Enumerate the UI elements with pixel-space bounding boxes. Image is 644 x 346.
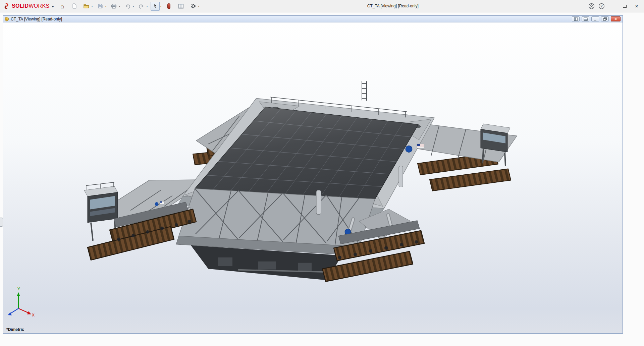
solidworks-wordmark: SOLIDWORKS — [12, 3, 49, 9]
us-flag-decal — [417, 144, 424, 148]
help-icon: ? — [598, 3, 605, 9]
svg-text:?: ? — [600, 4, 602, 8]
new-document-button[interactable] — [70, 2, 79, 11]
triad-x-label: X — [32, 313, 35, 318]
document-window: CT_TA [Viewing] [Read-only] — [3, 15, 623, 334]
doc-tile-button[interactable] — [582, 16, 589, 21]
document-title: CT_TA [Viewing] [Read-only] — [11, 17, 62, 21]
model-crawler-transporter[interactable] — [84, 81, 517, 282]
maximize-button[interactable] — [619, 1, 631, 11]
view-orientation-label: *Dimetric — [6, 327, 24, 332]
app-window-title: CT_TA [Viewing] [Read-only] — [199, 4, 586, 8]
quick-access-toolbar: ⌂ ▾ — [58, 2, 199, 11]
snapshot-indicator-icon — [167, 3, 170, 9]
save-dropdown-caret-icon[interactable]: ▾ — [105, 5, 106, 8]
snapshot-button[interactable] — [164, 2, 173, 11]
print-dropdown-caret-icon[interactable]: ▾ — [119, 5, 120, 8]
model-canvas: Y X — [3, 22, 623, 333]
print-icon — [111, 3, 117, 9]
select-dropdown-caret-icon[interactable]: ▾ — [160, 5, 161, 8]
bill-of-materials-button[interactable] — [176, 2, 185, 11]
undo-button[interactable] — [123, 2, 132, 11]
nasa-meatball-decal — [406, 146, 412, 152]
minimize-icon: – — [611, 4, 614, 9]
bill-of-materials-icon — [178, 3, 184, 9]
close-icon: × — [635, 3, 638, 9]
doc-restore-icon — [603, 17, 607, 21]
doc-minimize-icon — [593, 17, 597, 21]
orientation-triad[interactable]: Y X — [8, 287, 35, 318]
dassault-systemes-logo-icon — [3, 2, 10, 10]
home-icon: ⌂ — [60, 3, 64, 9]
save-icon — [98, 3, 103, 9]
select-tool-button[interactable] — [151, 2, 160, 11]
open-folder-icon — [84, 3, 89, 9]
cascade-icon — [574, 17, 578, 21]
minimize-button[interactable]: – — [606, 1, 619, 11]
document-title-bar[interactable]: CT_TA [Viewing] [Read-only] — [3, 16, 623, 22]
y-axis-arrow-icon — [17, 292, 20, 296]
app-title-bar: SOLIDWORKS ▸ ⌂ ▾ — [0, 0, 644, 12]
user-account-icon — [588, 3, 595, 9]
redo-dropdown-caret-icon[interactable]: ▾ — [146, 5, 148, 8]
account-button[interactable] — [586, 1, 596, 11]
triad-y-label: Y — [17, 287, 20, 291]
toolbar-flyout-arrow-icon[interactable]: ▸ — [52, 4, 54, 8]
open-button[interactable] — [82, 2, 91, 11]
app-bar-right-controls: ? – × — [586, 1, 643, 11]
doc-close-icon: × — [614, 17, 617, 21]
document-window-controls: × — [572, 16, 621, 21]
home-button[interactable]: ⌂ — [58, 2, 67, 11]
graphics-viewport[interactable]: Y X *Dimetric — [3, 22, 623, 333]
maximize-icon — [623, 5, 627, 8]
doc-cascade-button[interactable] — [572, 16, 580, 21]
doc-minimize-button[interactable] — [591, 16, 599, 21]
solidworks-document-icon — [4, 17, 9, 21]
open-dropdown-caret-icon[interactable]: ▾ — [91, 5, 93, 8]
gear-icon — [190, 3, 196, 9]
print-button[interactable] — [109, 2, 118, 11]
doc-close-button[interactable]: × — [611, 16, 621, 21]
new-document-icon — [72, 3, 77, 9]
undo-icon — [125, 3, 130, 9]
redo-icon — [139, 3, 144, 9]
save-button[interactable] — [96, 2, 105, 11]
close-button[interactable]: × — [631, 1, 643, 11]
nasa-meatball-decal — [155, 202, 159, 206]
help-button[interactable]: ? — [596, 1, 606, 11]
redo-button[interactable] — [137, 2, 146, 11]
undo-dropdown-caret-icon[interactable]: ▾ — [132, 5, 134, 8]
panel-splitter-handle[interactable] — [0, 218, 3, 227]
workspace: CT_TA [Viewing] [Read-only] — [0, 12, 644, 346]
solidworks-logo: SOLIDWORKS — [1, 2, 49, 10]
options-button[interactable] — [189, 2, 198, 11]
select-cursor-icon — [153, 3, 158, 9]
us-flag-decal — [160, 201, 164, 204]
doc-restore-button[interactable] — [601, 16, 609, 21]
tile-icon — [584, 17, 588, 21]
